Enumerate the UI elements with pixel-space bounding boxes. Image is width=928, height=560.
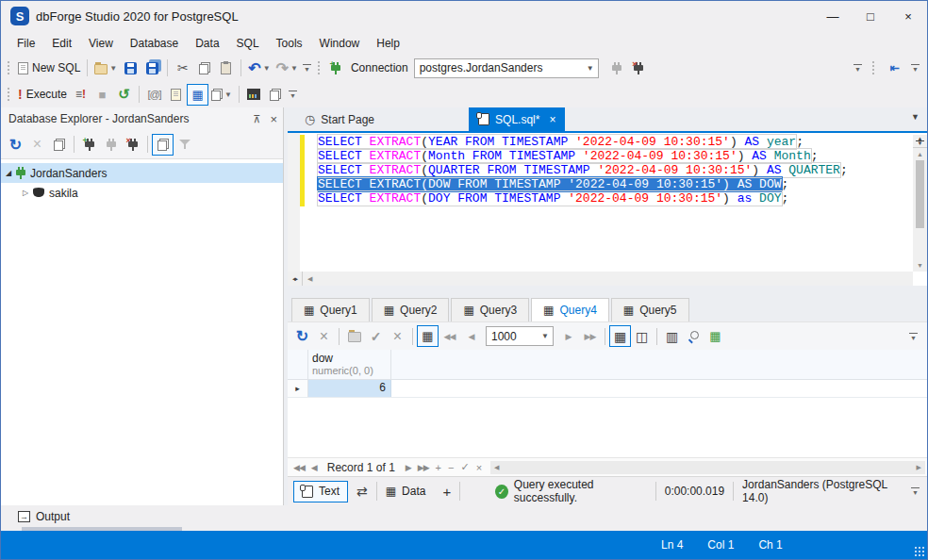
next-page-button[interactable]: ▶ bbox=[557, 325, 579, 347]
explorer-duplicate-button[interactable] bbox=[48, 134, 70, 156]
toolbar-overflow-button[interactable]: ▼ bbox=[909, 486, 921, 497]
toolbar-overflow-button[interactable]: ▼ bbox=[287, 89, 299, 100]
save-all-button[interactable] bbox=[141, 58, 163, 79]
record-cancel-button[interactable]: × bbox=[476, 462, 482, 473]
record-post-button[interactable]: ✓ bbox=[460, 461, 469, 473]
rollback-button[interactable]: × bbox=[387, 325, 408, 347]
export-data-button[interactable]: ▦ bbox=[704, 325, 726, 347]
record-insert-button[interactable]: + bbox=[436, 462, 441, 473]
save-button[interactable] bbox=[120, 58, 141, 79]
copy-button[interactable] bbox=[193, 58, 215, 79]
explorer-delete-button[interactable]: × bbox=[26, 134, 48, 156]
toolbar-grip[interactable] bbox=[7, 87, 11, 102]
toolbar-grip[interactable] bbox=[7, 60, 11, 75]
redo-button[interactable]: ↷ ▼ bbox=[273, 58, 301, 79]
generate-script-button[interactable] bbox=[165, 84, 187, 106]
maximize-button[interactable]: □ bbox=[852, 1, 889, 31]
connection-dropdown-icon[interactable]: ▼ bbox=[583, 59, 598, 77]
tab-output[interactable]: → Output bbox=[10, 508, 77, 525]
record-first-button[interactable]: ◀◀ bbox=[293, 463, 305, 472]
menu-file[interactable]: File bbox=[8, 34, 43, 53]
menu-database[interactable]: Database bbox=[122, 34, 187, 53]
scroll-left-icon[interactable]: ◀ bbox=[490, 464, 503, 471]
paging-mode-button[interactable]: ▦ bbox=[417, 325, 439, 347]
query-profiler-button[interactable]: ▼ bbox=[208, 84, 235, 106]
menu-view[interactable]: View bbox=[80, 34, 122, 53]
tab-list-dropdown-icon[interactable]: ▼ bbox=[911, 112, 920, 122]
scroll-up-icon[interactable]: ▲ bbox=[917, 148, 923, 160]
column-visibility-button[interactable]: ▥ bbox=[661, 325, 683, 347]
results-refresh-button[interactable]: ↻ bbox=[291, 325, 313, 347]
scroll-down-icon[interactable]: ▼ bbox=[917, 259, 923, 272]
record-next-button[interactable]: ▶ bbox=[406, 463, 411, 472]
tab-query1[interactable]: ▦Query1 bbox=[291, 298, 370, 321]
close-panel-icon[interactable]: × bbox=[270, 112, 277, 126]
explorer-documents-button[interactable] bbox=[152, 134, 174, 156]
tab-sql-document[interactable]: SQL.sql* × bbox=[469, 107, 565, 131]
first-page-button[interactable]: ◀◀ bbox=[439, 325, 460, 347]
open-dropdown-icon[interactable]: ▼ bbox=[109, 64, 117, 73]
history-button[interactable]: ↺ bbox=[113, 84, 135, 106]
editor-vertical-scrollbar[interactable]: ▲▼ ▲ ▼ bbox=[913, 135, 927, 272]
explorer-connect-button[interactable] bbox=[100, 134, 122, 156]
toolbar-overflow-button[interactable]: ▼ bbox=[301, 62, 313, 74]
paste-button[interactable] bbox=[215, 58, 237, 79]
page-size-combobox[interactable]: 1000 ▼ bbox=[486, 326, 554, 346]
grid-cell-dow[interactable]: 6 bbox=[308, 380, 391, 397]
code-lines[interactable]: SELECT EXTRACT(YEAR FROM TIMESTAMP '2022… bbox=[305, 133, 927, 286]
toolbar-grip[interactable] bbox=[871, 60, 876, 75]
scrollbar-thumb[interactable] bbox=[916, 160, 924, 228]
sql-editor[interactable]: SELECT EXTRACT(YEAR FROM TIMESTAMP '2022… bbox=[288, 131, 927, 286]
editor-hsplit-handle[interactable]: ◂▸ bbox=[288, 272, 303, 286]
cut-button[interactable]: ✂ bbox=[172, 58, 193, 79]
resize-grip[interactable] bbox=[914, 546, 925, 557]
tree-node-database[interactable]: ▷ sakila bbox=[1, 183, 283, 203]
record-prev-button[interactable]: ◀ bbox=[311, 463, 317, 472]
results-pane-button[interactable]: ▦ bbox=[187, 84, 208, 106]
open-file-button[interactable]: ▼ bbox=[91, 58, 120, 79]
menu-window[interactable]: Window bbox=[311, 34, 369, 53]
apply-changes-button[interactable] bbox=[343, 325, 365, 347]
tab-query3[interactable]: ▦Query3 bbox=[451, 298, 529, 321]
record-last-button[interactable]: ▶▶ bbox=[418, 463, 429, 472]
scroll-right-icon[interactable]: ▶ bbox=[913, 464, 925, 471]
visual-query-builder-button[interactable] bbox=[243, 84, 265, 106]
close-button[interactable]: × bbox=[889, 1, 927, 31]
editor-horizontal-scrollbar[interactable]: ◂▸ ◀ bbox=[288, 272, 913, 286]
execute-script-button[interactable]: ≡! bbox=[70, 84, 91, 106]
explorer-new-connection-button[interactable]: + bbox=[78, 134, 100, 156]
parameters-button[interactable]: [@] bbox=[143, 84, 165, 106]
editor-split-handle[interactable]: ▲▼ bbox=[913, 135, 927, 148]
new-sql-button[interactable]: New SQL bbox=[15, 58, 83, 79]
scroll-left-icon[interactable]: ◀ bbox=[303, 275, 317, 283]
stop-button[interactable]: ■ bbox=[91, 84, 113, 106]
disconnect-button[interactable]: × bbox=[628, 58, 650, 79]
new-connection-button[interactable]: + bbox=[325, 58, 347, 79]
card-view-button[interactable]: ◫ bbox=[631, 325, 653, 347]
menu-tools[interactable]: Tools bbox=[268, 34, 311, 53]
tab-query5[interactable]: ▦Query5 bbox=[611, 298, 689, 321]
menu-data[interactable]: Data bbox=[187, 34, 227, 53]
format-button[interactable]: ⇤ bbox=[884, 58, 905, 79]
minimize-button[interactable]: — bbox=[814, 1, 852, 31]
swap-panes-button[interactable]: ⇄ bbox=[348, 477, 376, 505]
prev-page-button[interactable]: ◀ bbox=[460, 325, 482, 347]
tab-query4[interactable]: ▦Query4 bbox=[531, 298, 609, 321]
data-view-button[interactable]: ▦ Data bbox=[377, 477, 435, 505]
tab-start-page[interactable]: ◷ Start Page bbox=[295, 107, 384, 131]
toolbar-overflow-button[interactable]: ▼ bbox=[852, 62, 864, 74]
commit-button[interactable]: ✓ bbox=[365, 325, 387, 347]
new-window-button[interactable] bbox=[265, 84, 287, 106]
text-view-button[interactable]: Text bbox=[293, 481, 348, 502]
tab-query2[interactable]: ▦Query2 bbox=[372, 298, 450, 321]
toolbar-grip[interactable] bbox=[317, 60, 322, 75]
grid-data-row[interactable]: ▸ 6 bbox=[288, 380, 927, 398]
connect-button[interactable] bbox=[606, 58, 628, 79]
last-page-button[interactable]: ▶▶ bbox=[579, 325, 601, 347]
record-delete-button[interactable]: − bbox=[448, 462, 454, 473]
page-size-dropdown-icon[interactable]: ▼ bbox=[538, 327, 553, 345]
grid-horizontal-scrollbar[interactable]: ◀ ▶ bbox=[490, 461, 925, 474]
tree-collapsed-icon[interactable]: ▷ bbox=[18, 189, 33, 197]
explorer-filter-button[interactable] bbox=[174, 134, 195, 156]
explorer-disconnect-button[interactable]: × bbox=[122, 134, 143, 156]
